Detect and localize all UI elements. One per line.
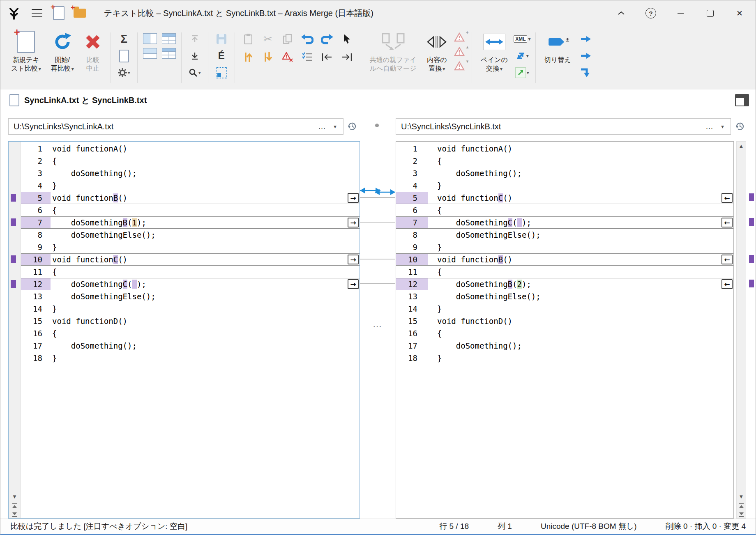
- previous-conflict-button[interactable]: ▴: [454, 47, 466, 57]
- whitespace-button[interactable]: [214, 66, 229, 79]
- table-view-alt-button[interactable]: [162, 48, 176, 59]
- code-line[interactable]: 16{: [396, 327, 733, 340]
- code-line[interactable]: 10void functionC()→: [21, 253, 360, 266]
- scroll-up-button[interactable]: ▲: [739, 143, 744, 149]
- code-line[interactable]: 4}: [21, 179, 360, 192]
- indent-button[interactable]: [339, 51, 355, 64]
- change-mark[interactable]: [11, 194, 16, 202]
- go-first-change-button[interactable]: [187, 32, 203, 46]
- code-line[interactable]: 7 doSomethingB(1);→: [21, 216, 360, 229]
- code-line[interactable]: 1void functionA(): [396, 142, 733, 155]
- scroll-down-button[interactable]: ▼: [12, 494, 17, 499]
- next-conflict-button[interactable]: [280, 51, 295, 64]
- replace-content-button[interactable]: 内容の 置換▾: [423, 29, 451, 86]
- go-last-change-button[interactable]: [187, 49, 203, 62]
- code-line[interactable]: 11{: [396, 266, 733, 278]
- new-document-icon[interactable]: +: [53, 6, 65, 20]
- right-file-path-input[interactable]: U:\SyncLinks\SyncLinkB.txt … ▾: [396, 118, 731, 135]
- close-button[interactable]: ✕: [733, 7, 746, 19]
- change-mark[interactable]: [11, 218, 16, 226]
- change-mark[interactable]: [749, 218, 754, 226]
- start-recompare-button[interactable]: 開始/ 再比較▾: [48, 29, 77, 86]
- right-history-button[interactable]: [734, 121, 746, 132]
- code-line[interactable]: 5void functionB()→: [21, 192, 360, 204]
- code-line[interactable]: 16{: [21, 327, 360, 340]
- copy-to-left-button[interactable]: ←: [721, 218, 733, 227]
- menu-icon[interactable]: [32, 9, 42, 17]
- code-line[interactable]: 17 doSomething();: [396, 340, 733, 352]
- code-line[interactable]: 9}: [21, 241, 360, 253]
- code-line[interactable]: 9}: [396, 241, 733, 253]
- code-line[interactable]: 3 doSomething();: [396, 167, 733, 179]
- abort-compare-button[interactable]: 比較 中止: [81, 29, 105, 86]
- options-button[interactable]: ▾: [116, 66, 132, 79]
- minimize-button[interactable]: [674, 7, 687, 19]
- sync-link-item-3-button[interactable]: [578, 66, 593, 79]
- browse-more-button[interactable]: …: [701, 122, 718, 131]
- new-text-compare-button[interactable]: + 新規テキ スト比較▾: [8, 29, 44, 86]
- code-line[interactable]: 1void functionA(): [21, 142, 360, 155]
- align-top-button[interactable]: [738, 503, 744, 508]
- redo-button[interactable]: [319, 32, 335, 46]
- launch-external-button[interactable]: ▾: [514, 66, 530, 79]
- paste-button[interactable]: [240, 32, 256, 46]
- left-code-pane[interactable]: ▼ 1void functionA()2{3 doSomething();4}5…: [8, 141, 360, 519]
- change-mark[interactable]: [749, 280, 754, 287]
- changed-lines-list-button[interactable]: [300, 51, 315, 64]
- code-line[interactable]: 7 doSomethingC( );←: [396, 216, 733, 229]
- code-line[interactable]: 13 doSomethingElse();: [21, 290, 360, 303]
- code-line[interactable]: 3 doSomething();: [21, 167, 360, 179]
- find-button[interactable]: ▾: [187, 66, 203, 79]
- report-button[interactable]: [116, 49, 132, 62]
- previous-change-button[interactable]: [240, 51, 256, 64]
- change-mark[interactable]: [11, 280, 16, 288]
- code-line[interactable]: 18}: [21, 352, 360, 364]
- sync-scroll-button[interactable]: ▾: [514, 49, 530, 62]
- horizontal-layout-button[interactable]: [143, 48, 157, 59]
- araxis-logo-icon[interactable]: [7, 6, 21, 20]
- swap-panes-button[interactable]: ペインの 交換▾: [477, 29, 511, 86]
- next-change-button[interactable]: [260, 51, 276, 64]
- copy-button[interactable]: [280, 32, 295, 46]
- add-conflict-marker-button[interactable]: +: [454, 32, 466, 43]
- left-change-strip[interactable]: ▼: [9, 142, 21, 518]
- right-change-strip[interactable]: [749, 141, 754, 519]
- copy-to-left-button[interactable]: ←: [721, 279, 733, 289]
- left-history-button[interactable]: [346, 121, 358, 132]
- undo-button[interactable]: [300, 32, 315, 46]
- code-line[interactable]: 2{: [396, 155, 733, 167]
- path-dropdown-button[interactable]: ▾: [330, 123, 340, 130]
- summary-button[interactable]: Σ: [116, 32, 132, 46]
- code-line[interactable]: 10void functionB()←: [396, 253, 733, 266]
- help-button[interactable]: ?: [645, 7, 657, 19]
- right-code-pane[interactable]: 1void functionA()2{3 doSomething();4}5vo…: [396, 141, 734, 519]
- unindent-button[interactable]: [319, 51, 335, 64]
- special-characters-button[interactable]: É: [214, 49, 229, 62]
- toggle-sync-link-button[interactable]: ± 切り替え: [541, 29, 574, 86]
- align-bottom-button[interactable]: [12, 512, 18, 517]
- select-pointer-button[interactable]: [339, 32, 355, 46]
- right-scrollbar[interactable]: ▲ ▼: [736, 141, 746, 519]
- code-line[interactable]: 18}: [396, 352, 733, 364]
- sync-link-item-1-button[interactable]: [578, 32, 593, 46]
- new-folder-icon[interactable]: +: [74, 9, 86, 18]
- code-line[interactable]: 14}: [21, 303, 360, 315]
- code-line[interactable]: 8 doSomethingElse();: [21, 229, 360, 241]
- left-file-path-input[interactable]: U:\SyncLinks\SyncLinkA.txt … ▾: [8, 118, 343, 135]
- scroll-down-button[interactable]: ▼: [739, 494, 744, 499]
- cut-button[interactable]: ✂: [260, 32, 276, 46]
- code-line[interactable]: 15void functionD(): [396, 315, 733, 327]
- automerge-button[interactable]: 共通の親ファイ ルへ自動マージ: [366, 29, 420, 86]
- change-mark[interactable]: [11, 255, 16, 263]
- table-view-button[interactable]: [162, 33, 176, 44]
- two-pane-layout-button[interactable]: [143, 33, 157, 44]
- code-line[interactable]: 4}: [396, 179, 733, 192]
- code-line[interactable]: 5void functionC()←: [396, 192, 733, 204]
- code-line[interactable]: 13 doSomethingElse();: [396, 290, 733, 303]
- copy-to-right-button[interactable]: →: [348, 255, 359, 264]
- code-line[interactable]: 17 doSomething();: [21, 340, 360, 352]
- tab-title[interactable]: SyncLinkA.txt と SyncLinkB.txt: [24, 95, 147, 106]
- pane-layout-corner-button[interactable]: [735, 94, 749, 106]
- code-line[interactable]: 14}: [396, 303, 733, 315]
- maximize-button[interactable]: [704, 7, 716, 19]
